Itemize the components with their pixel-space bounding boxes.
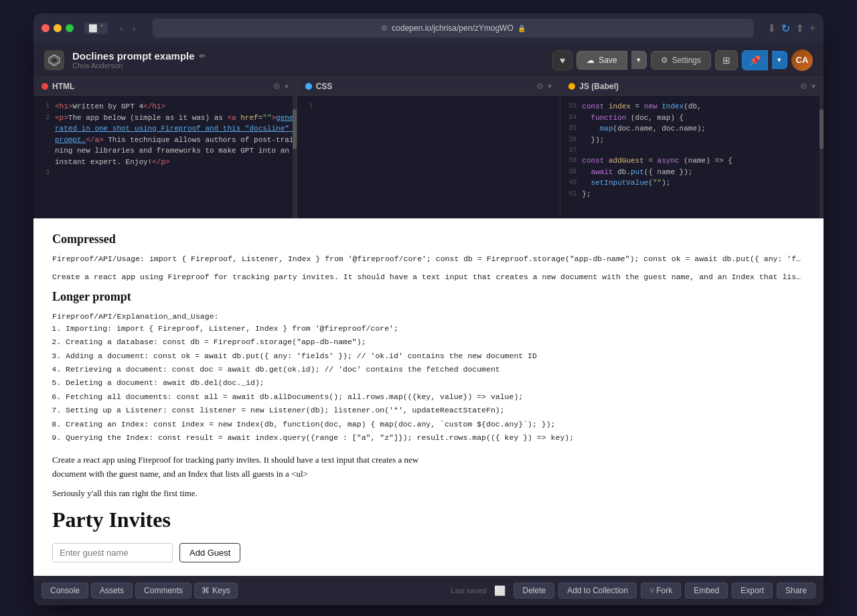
list-item: Deleting a document: await db.del(doc._i…	[66, 377, 805, 389]
code-line: 34 function (doc, map) {	[563, 112, 821, 124]
app-toolbar: Doclines prompt example ✏ Chris Anderson…	[33, 43, 824, 78]
css-settings-button[interactable]: ⚙	[536, 82, 544, 91]
save-button[interactable]: ☁ Save	[576, 51, 627, 70]
bottom-right: Last saved ⬜ Delete Add to Collection ⑂ …	[451, 583, 815, 599]
titlebar-controls: ⬜ ˅	[84, 23, 108, 34]
app-author: Chris Anderson	[72, 62, 544, 70]
longer-prompt-title: Longer prompt	[52, 290, 805, 304]
compressed-title: Compressed	[52, 232, 805, 246]
forward-button[interactable]: ›	[129, 21, 140, 35]
refresh-button[interactable]: ↻	[781, 22, 790, 35]
list-item: Creating a database: const db = Fireproo…	[66, 336, 805, 348]
edit-title-icon[interactable]: ✏	[199, 52, 206, 61]
address-bar[interactable]: ⚙ codepen.io/jchrisa/pen/zYmogWO 🔒	[153, 19, 753, 37]
maximize-button[interactable]	[66, 24, 74, 32]
comments-button[interactable]: Comments	[135, 583, 191, 599]
delete-button[interactable]: Delete	[514, 583, 554, 599]
code-line: 39 await db.put({ name });	[563, 167, 821, 178]
code-line: 35 map(doc.name, doc.name);	[563, 123, 821, 135]
new-tab-button[interactable]: +	[809, 22, 815, 34]
fork-icon: ⑂	[649, 586, 656, 595]
pin-button[interactable]: 📌	[742, 50, 768, 70]
party-invites-title: Party Invites	[52, 508, 805, 532]
code-line: 41 };	[563, 189, 821, 200]
js-expand-button[interactable]: ▾	[811, 82, 815, 91]
toolbar-actions: ♥ ☁ Save ▾ ⚙ Settings ⊞ 📌 ▾ CA	[552, 50, 813, 71]
html-editor-content[interactable]: 1 <h1>Written by GPT 4</h1> 2 <p>The app…	[33, 96, 297, 218]
js-editor-pane: JS (Babel) ⚙ ▾ 33 const index = new Inde…	[560, 78, 824, 218]
html-editor-actions: ⚙ ▾	[273, 82, 289, 91]
html-settings-button[interactable]: ⚙	[273, 82, 281, 91]
settings-button[interactable]: ⚙ Settings	[651, 51, 711, 70]
fork-button[interactable]: ⑂ Fork	[641, 583, 681, 599]
code-line: 38 const addGuest = async (name) => {	[563, 155, 821, 167]
save-cloud-icon: ☁	[587, 56, 595, 65]
url-text: codepen.io/jchrisa/pen/zYmogWO	[392, 23, 513, 33]
js-editor-content[interactable]: 33 const index = new Index(db, 34 functi…	[560, 96, 824, 218]
party-input-row: Add Guest	[52, 543, 805, 562]
list-item: Importing: import { Fireproof, Listener,…	[66, 323, 805, 335]
bottom-toolbar: Console Assets Comments ⌘ Keys Last save…	[33, 576, 824, 605]
list-item: Querying the Index: const result = await…	[66, 432, 805, 444]
code-line: 1 <h1>Written by GPT 4</h1>	[36, 101, 294, 112]
compressed-text-1: Fireproof/API/Usage: import { Fireproof,…	[52, 253, 805, 264]
app-title-area: Doclines prompt example ✏ Chris Anderson	[72, 50, 544, 70]
layout-button[interactable]: ⊞	[715, 50, 738, 70]
js-settings-button[interactable]: ⚙	[800, 82, 807, 91]
html-editor-header: HTML ⚙ ▾	[33, 78, 297, 96]
js-scrollbar-thumb[interactable]	[820, 109, 824, 149]
list-item: Setting up a Listener: const listener = …	[66, 404, 805, 416]
heart-button[interactable]: ♥	[552, 50, 572, 70]
back-button[interactable]: ‹	[116, 21, 127, 35]
export-button[interactable]: Export	[732, 583, 773, 599]
pin-dropdown-button[interactable]: ▾	[772, 51, 787, 69]
list-item: Fetching all documents: const all = awai…	[66, 391, 805, 403]
share-button[interactable]: ⬆	[795, 22, 804, 35]
app-logo	[44, 50, 64, 70]
assets-button[interactable]: Assets	[91, 583, 133, 599]
js-dot	[568, 83, 575, 90]
sidebar-toggle-button[interactable]: ⬜ ˅	[84, 23, 108, 34]
steps-list: Importing: import { Fireproof, Listener,…	[52, 323, 805, 445]
css-expand-button[interactable]: ▾	[548, 82, 552, 91]
js-editor-header: JS (Babel) ⚙ ▾	[560, 78, 824, 96]
html-dot	[42, 83, 48, 90]
download-button[interactable]: ⬇	[767, 22, 776, 35]
last-saved-link-button[interactable]: ⬜	[490, 584, 510, 597]
guest-name-input[interactable]	[52, 543, 173, 562]
minimize-button[interactable]	[54, 24, 62, 32]
code-line: 2 <p>The app below (simple as it was) as…	[36, 112, 294, 168]
html-expand-button[interactable]: ▾	[285, 82, 289, 91]
css-editor-pane: CSS ⚙ ▾ 1	[297, 78, 561, 218]
last-saved-label: Last saved	[451, 587, 486, 595]
js-lang-label: JS (Babel)	[568, 82, 619, 91]
code-line: 40 setInputValue("");	[563, 177, 821, 189]
html-scrollbar-thumb[interactable]	[293, 109, 297, 149]
cmd-icon: ⌘	[202, 586, 210, 595]
css-lang-label: CSS	[305, 82, 333, 91]
traffic-lights	[42, 24, 74, 32]
lock-icon: 🔒	[518, 25, 526, 32]
save-dropdown-button[interactable]: ▾	[631, 51, 647, 69]
svg-marker-1	[51, 57, 58, 64]
app-window: ⬜ ˅ ‹ › ⚙ codepen.io/jchrisa/pen/zYmogWO…	[33, 13, 824, 605]
console-button[interactable]: Console	[42, 583, 88, 599]
add-to-collection-button[interactable]: Add to Collection	[558, 583, 637, 599]
js-scrollbar[interactable]	[820, 96, 824, 218]
css-dot	[305, 83, 312, 90]
avatar[interactable]: CA	[791, 50, 813, 71]
add-guest-button[interactable]: Add Guest	[179, 543, 240, 562]
css-editor-content[interactable]: 1	[297, 96, 560, 218]
share-button[interactable]: Share	[777, 583, 815, 599]
html-scrollbar[interactable]	[293, 96, 297, 218]
code-line: 1	[300, 101, 558, 111]
longer-prompt-code: Fireproof/API/Explanation_and_Usage: Imp…	[52, 311, 805, 445]
settings-gear-icon: ⚙	[661, 56, 668, 65]
js-editor-actions: ⚙ ▾	[800, 82, 815, 91]
html-lang-label: HTML	[42, 82, 74, 91]
keys-button[interactable]: ⌘ Keys	[194, 583, 238, 599]
site-icon: ⚙	[381, 24, 388, 33]
preview-area: Compressed Fireproof/API/Usage: import {…	[33, 218, 824, 576]
close-button[interactable]	[42, 24, 50, 32]
embed-button[interactable]: Embed	[685, 583, 728, 599]
